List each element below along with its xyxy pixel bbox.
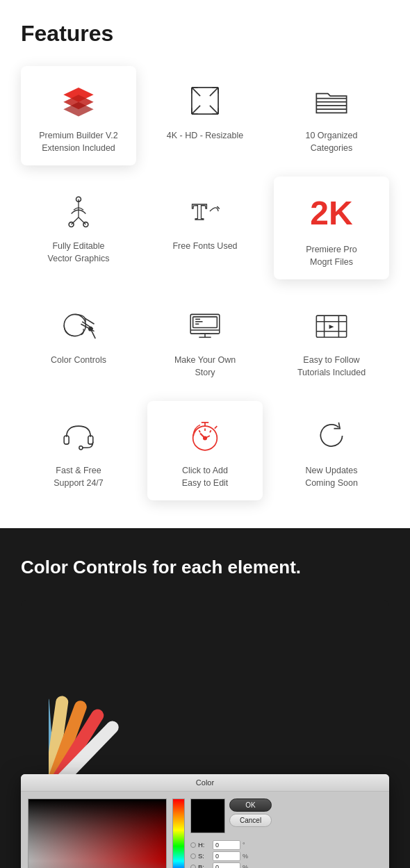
- color-picker-body: OK Cancel H: 0 °: [21, 792, 389, 868]
- color-hue-strip[interactable]: [172, 799, 185, 868]
- feature-tutorials: Easy to FollowTutorials Included: [274, 290, 389, 390]
- bright-label: B:: [198, 863, 211, 868]
- folder-icon: [311, 80, 352, 122]
- hue-value: 0: [213, 840, 240, 850]
- bright-value: 0: [213, 862, 240, 868]
- sat-value: 0: [213, 851, 240, 861]
- hue-field-row: H: 0 °: [190, 840, 272, 850]
- svg-line-6: [192, 106, 200, 114]
- svg-point-49: [204, 436, 206, 439]
- color-section: Color Controls for each element.: [0, 528, 410, 868]
- feature-label-categories: 10 OrganizedCategories: [305, 130, 357, 154]
- resize-icon: [184, 80, 226, 122]
- svg-marker-44: [329, 325, 334, 329]
- feature-label-story: Make Your OwnStory: [174, 354, 236, 379]
- color-section-title: Color Controls for each element.: [21, 556, 389, 580]
- feature-vector: Fully EditableVector Graphics: [21, 177, 136, 279]
- sat-field-row: S: 0 %: [190, 851, 272, 861]
- color-picker-dialog: Color OK Cancel: [21, 774, 389, 868]
- headphones-icon: [58, 415, 99, 457]
- feature-support: Fast & FreeSupport 24/7: [21, 401, 136, 500]
- vector-icon: [58, 190, 99, 232]
- svg-line-7: [210, 106, 218, 114]
- feature-label-updates: New UpdatesComing Soon: [305, 465, 358, 489]
- color-fields: H: 0 ° S: 0 % B: 0: [190, 840, 272, 868]
- features-grid: Premium Builder V.2Extension Included: [21, 66, 389, 500]
- feature-categories: 10 OrganizedCategories: [274, 66, 389, 165]
- color-preview-box: [190, 799, 225, 833]
- svg-line-52: [199, 430, 200, 432]
- refresh-icon: [311, 415, 352, 457]
- feature-label-2k: Premiere ProMogrt Files: [306, 244, 357, 268]
- svg-line-51: [210, 430, 211, 432]
- bright-field-row: B: 0 %: [190, 862, 272, 868]
- video-icon: [311, 304, 352, 346]
- cancel-button[interactable]: Cancel: [229, 814, 272, 827]
- color-picker-top-right: OK Cancel: [190, 799, 272, 833]
- svg-line-5: [210, 88, 218, 96]
- layers-icon: [58, 80, 99, 122]
- svg-rect-46: [88, 436, 93, 444]
- color-picker-wrapper: Color OK Cancel: [21, 600, 389, 868]
- feature-2k: 2K Premiere ProMogrt Files: [274, 177, 389, 279]
- feature-label-4k-hd: 4K - HD - Resizable: [167, 130, 243, 142]
- features-section: Features Premium Builder V.2Extension In…: [0, 0, 410, 528]
- color-picker-right-panel: OK Cancel H: 0 °: [190, 799, 272, 868]
- color-picker-titlebar: Color: [21, 774, 389, 792]
- hue-radio[interactable]: [190, 842, 196, 848]
- feature-color: Color Controls: [21, 290, 136, 390]
- feature-label-premium-builder: Premium Builder V.2Extension Included: [39, 130, 117, 154]
- svg-text:T: T: [192, 199, 207, 224]
- timer-icon: [184, 415, 226, 457]
- svg-rect-35: [193, 317, 218, 328]
- sat-radio[interactable]: [190, 853, 196, 859]
- color-gradient-area[interactable]: [28, 799, 167, 868]
- palette-icon: [58, 304, 99, 346]
- 2k-icon: 2K: [311, 190, 352, 236]
- feature-fonts: T Free Fonts Used: [147, 177, 263, 279]
- svg-line-4: [192, 88, 200, 96]
- feature-label-tutorials: Easy to FollowTutorials Included: [297, 354, 366, 379]
- feature-label-fonts: Free Fonts Used: [172, 240, 237, 253]
- ok-cancel-buttons: OK Cancel: [229, 799, 272, 827]
- ok-button[interactable]: OK: [229, 799, 272, 812]
- feature-4k-hd: 4K - HD - Resizable: [147, 66, 263, 165]
- svg-rect-45: [64, 436, 69, 444]
- bright-radio[interactable]: [190, 865, 196, 868]
- feature-label-color: Color Controls: [51, 354, 106, 367]
- font-icon: T: [184, 190, 226, 232]
- hue-label: H:: [198, 841, 211, 849]
- monitor-icon: [184, 304, 226, 346]
- feature-story: Make Your OwnStory: [147, 290, 263, 390]
- color-swatches-fan: [49, 681, 202, 781]
- feature-premium-builder: Premium Builder V.2Extension Included: [21, 66, 136, 165]
- feature-label-vector: Fully EditableVector Graphics: [48, 240, 110, 265]
- feature-updates: New UpdatesComing Soon: [274, 401, 389, 500]
- feature-click-add: Click to AddEasy to Edit: [147, 401, 263, 500]
- sat-label: S:: [198, 852, 211, 860]
- feature-label-support: Fast & FreeSupport 24/7: [54, 465, 104, 489]
- features-title: Features: [21, 21, 389, 47]
- feature-label-click-add: Click to AddEasy to Edit: [182, 465, 229, 489]
